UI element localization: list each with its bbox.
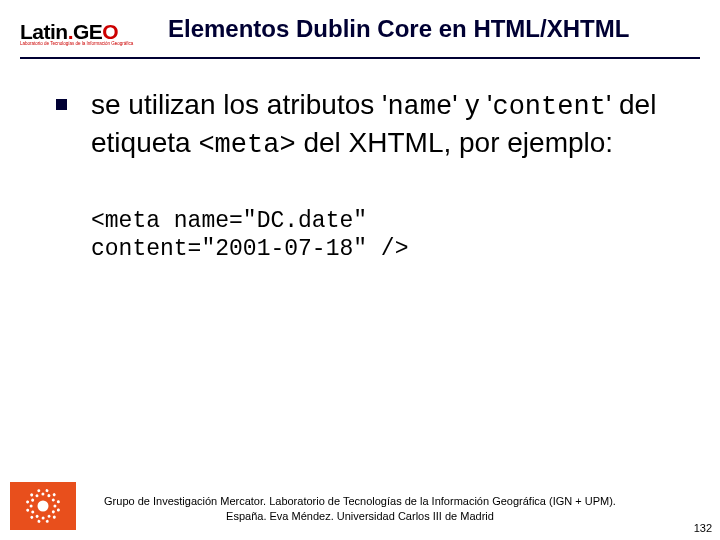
- page-number: 132: [694, 522, 712, 534]
- code-line-2: content="2001-07-18" />: [91, 235, 680, 264]
- code-example: <meta name="DC.date" content="2001-07-18…: [91, 207, 680, 265]
- footer-line-2: España. Eva Méndez. Universidad Carlos I…: [0, 509, 720, 524]
- logo-last: O: [102, 20, 118, 43]
- body-paragraph: se utilizan los atributos 'name' y 'cont…: [91, 87, 680, 163]
- text-part4: del XHTML, por ejemplo:: [296, 127, 613, 158]
- code-name: name: [387, 92, 452, 122]
- bullet-item: se utilizan los atributos 'name' y 'cont…: [56, 87, 680, 163]
- logo-suffix: GE: [73, 20, 102, 43]
- text-part1: se utilizan los atributos ': [91, 89, 387, 120]
- code-content: content: [492, 92, 605, 122]
- logo-prefix: Latin: [20, 20, 68, 43]
- latingeo-logo: Latin.GEO Laboratorio de Tecnologías de …: [20, 20, 154, 47]
- slide-title: Elementos Dublin Core en HTML/XHTML: [168, 14, 629, 44]
- footer-line-1: Grupo de Investigación Mercator. Laborat…: [0, 494, 720, 509]
- slide-header: Latin.GEO Laboratorio de Tecnologías de …: [0, 0, 720, 47]
- code-line-1: <meta name="DC.date": [91, 207, 680, 236]
- square-bullet-icon: [56, 99, 67, 110]
- slide-content: se utilizan los atributos 'name' y 'cont…: [0, 59, 720, 265]
- code-meta: <meta>: [198, 130, 295, 160]
- text-part2: ' y ': [452, 89, 492, 120]
- slide-footer: Grupo de Investigación Mercator. Laborat…: [0, 494, 720, 524]
- logo-tagline: Laboratorio de Tecnologías de la Informa…: [20, 42, 154, 47]
